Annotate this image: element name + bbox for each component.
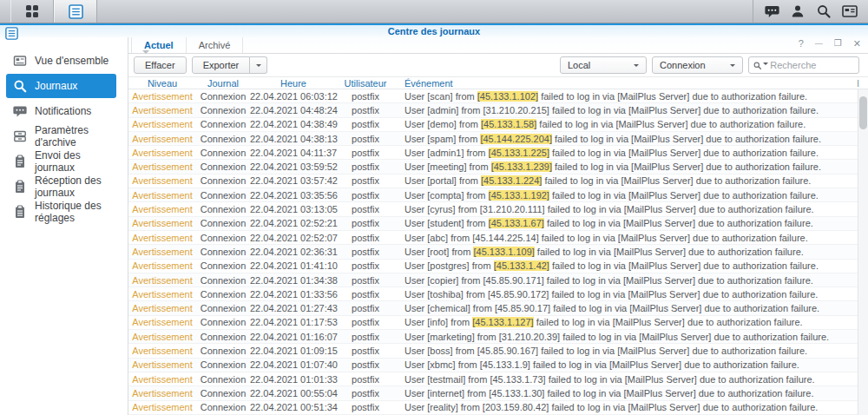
desktop-search-button[interactable]	[811, 0, 837, 23]
main-panel: Actuel Archivé Effacer Exporter	[128, 37, 868, 415]
journal-cell: Connexion	[196, 260, 250, 271]
minimize-button[interactable]: —	[815, 38, 823, 49]
sidebar-item-parametres-darchive[interactable]: Paramètres d'archive	[6, 124, 116, 148]
journal-cell: Connexion	[196, 119, 250, 129]
search-input[interactable]	[770, 60, 854, 70]
log-row[interactable]: Avertissement Connexion 22.04.2021 03:35…	[128, 188, 868, 202]
column-header-clipped[interactable]: I	[857, 78, 868, 89]
widgets-button[interactable]	[837, 0, 863, 23]
journal-cell: Connexion	[196, 388, 250, 399]
sidebar-item-envoi-des-journaux[interactable]: Envoi des journaux	[6, 149, 116, 174]
event-cell: User [info] from [45.133.1.127] failed t…	[394, 317, 868, 327]
sidebar-item-label: Vue d'ensemble	[35, 55, 108, 67]
user-options-button[interactable]	[785, 0, 811, 23]
maximize-button[interactable]: ❐	[834, 38, 842, 49]
main-menu-icon	[26, 5, 38, 17]
log-row[interactable]: Avertissement Connexion 22.04.2021 01:34…	[128, 273, 868, 287]
journal-cell: Connexion	[196, 247, 250, 257]
category-filter-dropdown[interactable]: Connexion	[652, 56, 743, 74]
journal-cell: Connexion	[196, 359, 250, 370]
log-table-body: Avertissement Connexion 22.04.2021 06:03…	[128, 89, 868, 415]
close-button[interactable]: ✕	[853, 38, 861, 49]
journal-cell: Connexion	[196, 332, 250, 342]
sidebar-item-journaux[interactable]: Journaux	[6, 74, 116, 98]
journal-cell: Connexion	[196, 134, 250, 144]
column-header-journal[interactable]: Journal	[196, 78, 250, 89]
log-row[interactable]: Avertissement Connexion 22.04.2021 04:48…	[128, 103, 868, 117]
log-row[interactable]: Avertissement Connexion 22.04.2021 03:59…	[128, 160, 868, 174]
log-row[interactable]: Avertissement Connexion 22.04.2021 01:33…	[128, 287, 868, 301]
log-row[interactable]: Avertissement Connexion 22.04.2021 03:13…	[128, 202, 868, 216]
event-cell: User [internet] from [45.133.1.30] faile…	[394, 388, 868, 399]
time-cell: 22.04.2021 01:09:15	[250, 346, 337, 356]
log-row[interactable]: Avertissement Connexion 22.04.2021 04:38…	[128, 132, 868, 146]
time-cell: 22.04.2021 03:13:05	[250, 204, 337, 214]
ip-token: [45.133.1.127]	[472, 317, 533, 327]
time-cell: 22.04.2021 03:35:56	[250, 190, 337, 201]
log-row[interactable]: Avertissement Connexion 22.04.2021 01:16…	[128, 330, 868, 344]
search-scope-chevron-icon[interactable]	[763, 63, 768, 68]
tab-archive[interactable]: Archivé	[187, 37, 244, 53]
main-menu-button[interactable]	[10, 0, 54, 23]
help-button[interactable]: ?	[799, 38, 804, 49]
user-cell: postfix	[337, 204, 394, 214]
export-menu-button[interactable]	[250, 56, 267, 74]
log-row[interactable]: Avertissement Connexion 22.04.2021 01:41…	[128, 260, 868, 273]
time-cell: 22.04.2021 01:01:33	[250, 374, 337, 385]
log-row[interactable]: Avertissement Connexion 22.04.2021 00:55…	[128, 386, 868, 400]
scope-filter-dropdown[interactable]: Local	[560, 56, 647, 74]
column-header-niveau[interactable]: Niveau	[128, 78, 196, 89]
scrollbar-thumb[interactable]	[859, 96, 867, 129]
event-cell: User [student] from [45.133.1.67] failed…	[394, 218, 868, 228]
export-button[interactable]: Exporter	[192, 56, 251, 74]
sidebar-item-historique-des-reglages[interactable]: Historique des réglages	[6, 200, 116, 224]
ip-token: [45.133.1.42]	[494, 260, 549, 271]
clear-button[interactable]: Effacer	[134, 56, 187, 74]
level-cell: Avertissement	[128, 91, 196, 102]
event-cell: User [admin] from [31.210.20.215] failed…	[394, 105, 868, 115]
time-cell: 22.04.2021 02:52:21	[250, 218, 337, 228]
log-row[interactable]: Avertissement Connexion 22.04.2021 01:01…	[128, 372, 868, 386]
sidebar-item-vue-densemble[interactable]: Vue d'ensemble	[6, 49, 116, 73]
ip-token: [45.133.1.67]	[489, 218, 544, 228]
user-cell: postfix	[337, 91, 394, 102]
log-row[interactable]: Avertissement Connexion 22.04.2021 02:52…	[128, 231, 868, 245]
log-row[interactable]: Avertissement Connexion 22.04.2021 06:03…	[128, 89, 868, 103]
log-row[interactable]: Avertissement Connexion 22.04.2021 01:09…	[128, 344, 868, 358]
log-row[interactable]: Avertissement Connexion 22.04.2021 01:07…	[128, 359, 868, 372]
log-row[interactable]: Avertissement Connexion 22.04.2021 02:52…	[128, 217, 868, 231]
tab-actuel[interactable]: Actuel	[131, 37, 187, 53]
time-cell: 22.04.2021 01:33:56	[250, 289, 337, 300]
user-cell: postfix	[337, 359, 394, 370]
sidebar-item-label: Réception des journaux	[35, 175, 116, 199]
log-row[interactable]: Avertissement Connexion 22.04.2021 02:36…	[128, 245, 868, 259]
sidebar-item-reception-des-journaux[interactable]: Réception des journaux	[6, 175, 116, 199]
level-cell: Avertissement	[128, 275, 196, 286]
event-cell: User [spam] from [45.144.225.204] failed…	[394, 134, 868, 144]
log-row[interactable]: Avertissement Connexion 22.04.2021 04:11…	[128, 146, 868, 160]
log-center-taskbar-button[interactable]	[54, 0, 97, 23]
time-cell: 22.04.2021 00:51:34	[250, 402, 337, 412]
column-header-utilisateur[interactable]: Utilisateur	[337, 78, 394, 89]
vertical-scrollbar[interactable]	[858, 89, 868, 415]
log-row[interactable]: Avertissement Connexion 22.04.2021 01:27…	[128, 301, 868, 315]
notifications-taskbar-button[interactable]	[759, 0, 785, 23]
user-cell: postfix	[337, 175, 394, 186]
log-row[interactable]: Avertissement Connexion 22.04.2021 04:38…	[128, 118, 868, 132]
window-titlebar[interactable]: Centre des journaux	[0, 25, 868, 37]
journal-cell: Connexion	[196, 148, 250, 158]
column-header-evenement[interactable]: Événement	[394, 78, 857, 89]
clipboard-history-icon	[13, 205, 27, 219]
column-header-heure[interactable]: Heure	[250, 78, 337, 89]
log-row[interactable]: Avertissement Connexion 22.04.2021 03:57…	[128, 175, 868, 188]
sidebar-item-notifications[interactable]: Notifications	[6, 99, 116, 123]
ip-token: [45.133.1.109]	[473, 247, 534, 257]
log-row[interactable]: Avertissement Connexion 22.04.2021 00:51…	[128, 401, 868, 415]
log-row[interactable]: Avertissement Connexion 22.04.2021 01:17…	[128, 316, 868, 330]
clipboard-receive-icon	[13, 180, 27, 194]
level-cell: Avertissement	[128, 233, 196, 243]
time-cell: 22.04.2021 06:03:12	[250, 91, 337, 102]
event-cell: User [testmail] from [45.133.1.73] faile…	[394, 374, 868, 385]
search-box[interactable]	[748, 56, 859, 74]
journal-cell: Connexion	[196, 317, 250, 327]
